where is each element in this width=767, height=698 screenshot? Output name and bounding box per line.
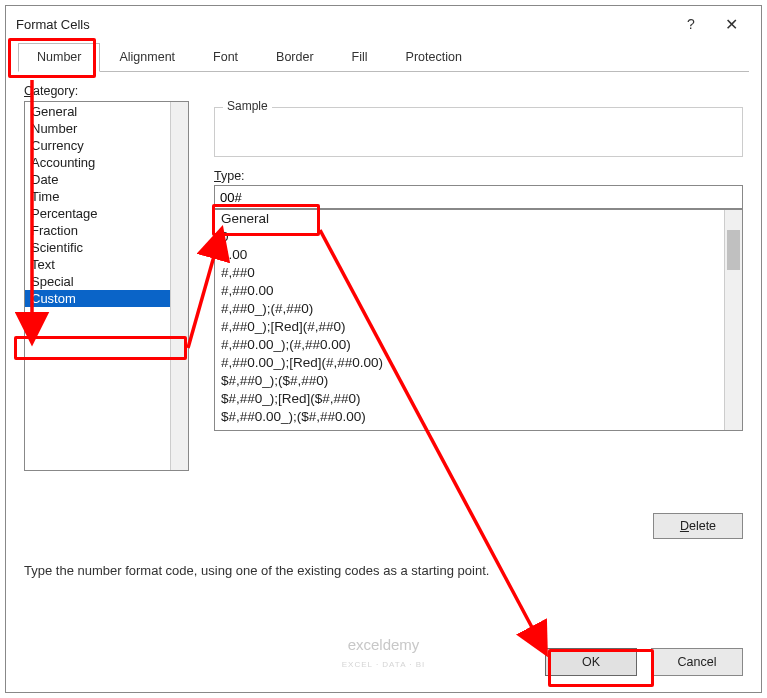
format-item[interactable]: #,##0_);[Red](#,##0) [215,318,725,336]
content: Category: GeneralNumberCurrencyAccountin… [6,72,761,692]
hint-text: Type the number format code, using one o… [24,563,743,578]
dialog-title: Format Cells [16,17,671,32]
cancel-button[interactable]: Cancel [651,648,743,676]
category-label: Category: [24,84,743,98]
format-item[interactable]: 0.00 [215,246,725,264]
type-label: Type: [214,169,743,183]
category-item[interactable]: Time [25,188,171,205]
category-item[interactable]: Percentage [25,205,171,222]
category-item[interactable]: Text [25,256,171,273]
titlebar: Format Cells ? ✕ [6,6,761,42]
category-item[interactable]: Custom [25,290,171,307]
tab-protection[interactable]: Protection [387,43,481,72]
delete-button[interactable]: Delete [653,513,743,539]
format-item[interactable]: 0 [215,228,725,246]
category-item[interactable]: Accounting [25,154,171,171]
tab-alignment[interactable]: Alignment [100,43,194,72]
format-cells-dialog: Format Cells ? ✕ Number Alignment Font B… [5,5,762,693]
category-item[interactable]: Fraction [25,222,171,239]
category-item[interactable]: Date [25,171,171,188]
category-item[interactable]: Scientific [25,239,171,256]
category-item[interactable]: Currency [25,137,171,154]
close-button[interactable]: ✕ [711,6,751,42]
format-item[interactable]: #,##0.00_);(#,##0.00) [215,336,725,354]
format-item[interactable]: $#,##0_);($#,##0) [215,372,725,390]
category-list[interactable]: GeneralNumberCurrencyAccountingDateTimeP… [24,101,189,471]
ok-button[interactable]: OK [545,648,637,676]
format-list[interactable]: General00.00#,##0#,##0.00#,##0_);(#,##0)… [214,209,743,431]
tabs: Number Alignment Font Border Fill Protec… [18,42,749,72]
format-item[interactable]: $#,##0_);[Red]($#,##0) [215,390,725,408]
tab-border[interactable]: Border [257,43,333,72]
sample-label: Sample [223,99,272,113]
format-item[interactable]: #,##0.00 [215,282,725,300]
tab-number[interactable]: Number [18,43,100,72]
category-item[interactable]: Number [25,120,171,137]
type-input[interactable] [214,185,743,209]
tab-font[interactable]: Font [194,43,257,72]
category-item[interactable]: Special [25,273,171,290]
sample-group: Sample [214,107,743,157]
format-item[interactable]: General [215,210,725,228]
format-item[interactable]: $#,##0.00_);($#,##0.00) [215,408,725,426]
category-item[interactable]: General [25,103,171,120]
format-item[interactable]: #,##0.00_);[Red](#,##0.00) [215,354,725,372]
format-item[interactable]: #,##0 [215,264,725,282]
tab-fill[interactable]: Fill [333,43,387,72]
format-item[interactable]: #,##0_);(#,##0) [215,300,725,318]
help-button[interactable]: ? [671,6,711,42]
